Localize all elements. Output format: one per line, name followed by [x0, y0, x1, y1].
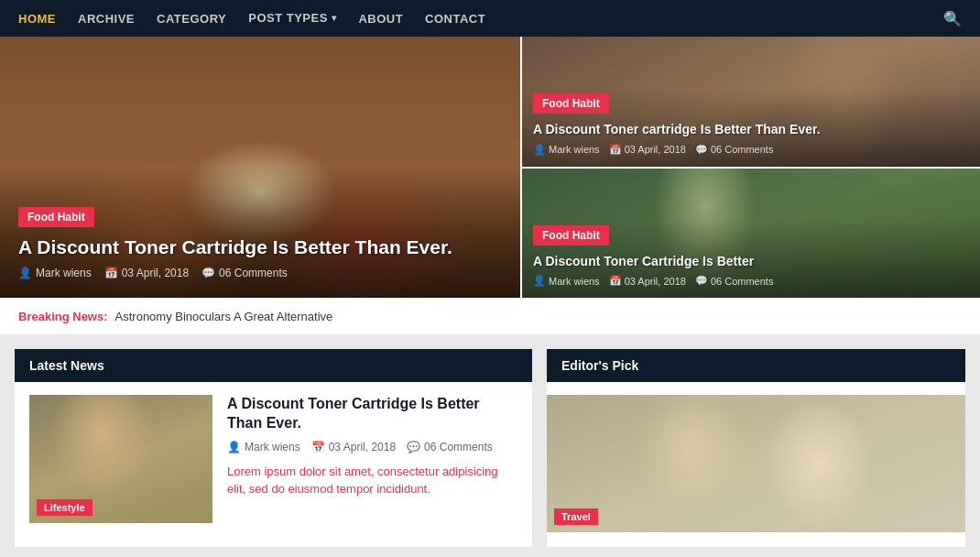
comment-icon: 💬 — [407, 441, 420, 453]
author-icon: 👤 — [227, 441, 241, 453]
hero-card1-meta: 👤 Mark wiens 📅 03 April, 2018 💬 06 Comme… — [533, 144, 969, 156]
hero-left-comments: 06 Comments — [219, 267, 288, 279]
hero-section: Food Habit A Discount Toner Cartridge Is… — [0, 37, 980, 298]
hero-right: Food Habit A Discount Toner cartridge Is… — [522, 37, 980, 298]
hero-left-title: A Discount Toner Cartridge Is Better Tha… — [18, 235, 502, 259]
breaking-text[interactable]: Astronomy Binoculars A Great Alternative — [115, 310, 333, 323]
news-content: A Discount Toner Cartridge Is Better Tha… — [227, 395, 517, 523]
comment-icon: 💬 — [695, 275, 708, 287]
hero-left[interactable]: Food Habit A Discount Toner Cartridge Is… — [0, 37, 520, 298]
news-meta: 👤 Mark wiens 📅 03 April, 2018 💬 06 Comme… — [227, 441, 517, 453]
editors-thumb[interactable]: Travel — [547, 395, 965, 532]
hero-card1-comments: 06 Comments — [711, 144, 773, 155]
nav-post-types[interactable]: POST TYPES▾ — [248, 11, 336, 25]
nav-home[interactable]: HOME — [18, 12, 56, 26]
latest-news-block: Latest News Lifestyle A Discount Toner C… — [15, 349, 532, 547]
hero-card-1[interactable]: Food Habit A Discount Toner cartridge Is… — [522, 37, 980, 167]
search-icon[interactable]: 🔍 — [943, 10, 962, 27]
hero-left-meta: 👤 Mark wiens 📅 03 April, 2018 💬 06 Comme… — [18, 267, 502, 279]
news-thumb-tag[interactable]: Lifestyle — [37, 499, 93, 516]
calendar-icon: 📅 — [609, 144, 622, 156]
news-comments: 06 Comments — [424, 441, 493, 453]
news-item: Lifestyle A Discount Toner Cartridge Is … — [15, 395, 532, 523]
nav-about[interactable]: ABOUT — [358, 12, 403, 26]
lower-section: Latest News Lifestyle A Discount Toner C… — [0, 349, 980, 557]
calendar-icon: 📅 — [104, 267, 118, 279]
author-icon: 👤 — [533, 275, 546, 287]
news-title[interactable]: A Discount Toner Cartridge Is Better Tha… — [227, 395, 517, 433]
hero-card2-author: Mark wiens — [549, 276, 600, 287]
news-date: 03 April, 2018 — [329, 441, 396, 453]
hero-card2-tag[interactable]: Food Habit — [533, 225, 609, 246]
editors-thumb-tag[interactable]: Travel — [554, 508, 598, 525]
author-icon: 👤 — [18, 267, 32, 279]
nav-archive[interactable]: ARCHIVE — [78, 12, 135, 26]
news-excerpt: Lorem ipsum dolor sit amet, consectetur … — [227, 463, 517, 498]
comment-icon: 💬 — [201, 267, 215, 279]
author-icon: 👤 — [533, 144, 546, 156]
nav-contact[interactable]: CONTACT — [425, 12, 485, 26]
hero-card2-meta: 👤 Mark wiens 📅 03 April, 2018 💬 06 Comme… — [533, 275, 969, 287]
breaking-news-bar: Breaking News: Astronomy Binoculars A Gr… — [0, 298, 980, 334]
hero-card2-title: A Discount Toner Cartridge Is Better — [533, 253, 969, 269]
hero-card2-date: 03 April, 2018 — [625, 276, 686, 287]
nav-category[interactable]: CATEGORY — [157, 12, 226, 26]
latest-news-header: Latest News — [15, 349, 532, 382]
hero-card1-tag[interactable]: Food Habit — [533, 93, 609, 114]
hero-card2-comments: 06 Comments — [711, 276, 773, 287]
breaking-label: Breaking News: — [18, 310, 108, 323]
editors-pick-block: Editor's Pick Travel — [547, 349, 965, 547]
news-thumb[interactable]: Lifestyle — [29, 395, 212, 523]
nav-links: HOME ARCHIVE CATEGORY POST TYPES▾ ABOUT … — [18, 11, 485, 26]
hero-left-tag[interactable]: Food Habit — [18, 207, 94, 227]
news-author: Mark wiens — [245, 441, 300, 453]
editors-pick-header: Editor's Pick — [547, 349, 965, 382]
calendar-icon: 📅 — [609, 275, 622, 287]
hero-card1-title: A Discount Toner cartridge Is Better Tha… — [533, 121, 969, 137]
hero-left-author: Mark wiens — [36, 267, 92, 279]
navbar: HOME ARCHIVE CATEGORY POST TYPES▾ ABOUT … — [0, 0, 980, 37]
calendar-icon: 📅 — [311, 441, 325, 453]
hero-card-2[interactable]: Food Habit A Discount Toner Cartridge Is… — [522, 169, 980, 299]
hero-card1-author: Mark wiens — [549, 144, 600, 155]
hero-card1-date: 03 April, 2018 — [625, 144, 686, 155]
comment-icon: 💬 — [695, 144, 708, 156]
hero-left-date: 03 April, 2018 — [122, 267, 189, 279]
